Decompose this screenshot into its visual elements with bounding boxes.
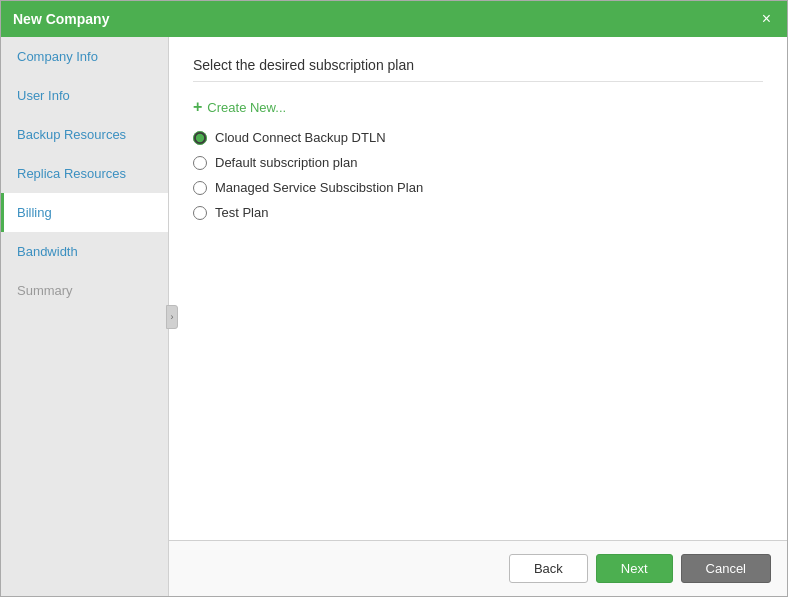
dialog-body: Company Info User Info Backup Resources … xyxy=(1,37,787,596)
sidebar-collapse-handle[interactable]: › xyxy=(166,305,178,329)
create-new-label: Create New... xyxy=(207,100,286,115)
back-button[interactable]: Back xyxy=(509,554,588,583)
sidebar-item-replica-resources[interactable]: Replica Resources xyxy=(1,154,168,193)
sidebar-item-bandwidth[interactable]: Bandwidth xyxy=(1,232,168,271)
plan-radio-managed-service[interactable] xyxy=(193,181,207,195)
plan-label-default: Default subscription plan xyxy=(215,155,357,170)
plan-label-test: Test Plan xyxy=(215,205,268,220)
sidebar-item-backup-resources[interactable]: Backup Resources xyxy=(1,115,168,154)
cancel-button[interactable]: Cancel xyxy=(681,554,771,583)
sidebar-item-company-info[interactable]: Company Info xyxy=(1,37,168,76)
plan-label-cloud-connect: Cloud Connect Backup DTLN xyxy=(215,130,386,145)
next-button[interactable]: Next xyxy=(596,554,673,583)
plan-option-cloud-connect[interactable]: Cloud Connect Backup DTLN xyxy=(193,130,763,145)
close-button[interactable]: × xyxy=(758,9,775,29)
new-company-dialog: New Company × Company Info User Info Bac… xyxy=(0,0,788,597)
plan-label-managed-service: Managed Service Subscibstion Plan xyxy=(215,180,423,195)
create-new-link[interactable]: + Create New... xyxy=(193,98,763,116)
sidebar-item-summary: Summary xyxy=(1,271,168,310)
dialog-title: New Company xyxy=(13,11,109,27)
plan-radio-cloud-connect[interactable] xyxy=(193,131,207,145)
chevron-left-icon: › xyxy=(171,312,174,322)
plan-option-test[interactable]: Test Plan xyxy=(193,205,763,220)
section-title: Select the desired subscription plan xyxy=(193,57,763,82)
sidebar: Company Info User Info Backup Resources … xyxy=(1,37,169,596)
content-area: Select the desired subscription plan + C… xyxy=(169,37,787,540)
sidebar-item-billing[interactable]: Billing xyxy=(1,193,168,232)
footer: Back Next Cancel xyxy=(169,540,787,596)
title-bar: New Company × xyxy=(1,1,787,37)
main-content: Select the desired subscription plan + C… xyxy=(169,37,787,596)
plan-radio-test[interactable] xyxy=(193,206,207,220)
sidebar-item-user-info[interactable]: User Info xyxy=(1,76,168,115)
plan-radio-default[interactable] xyxy=(193,156,207,170)
plan-option-default[interactable]: Default subscription plan xyxy=(193,155,763,170)
plan-option-managed-service[interactable]: Managed Service Subscibstion Plan xyxy=(193,180,763,195)
plus-icon: + xyxy=(193,98,202,116)
